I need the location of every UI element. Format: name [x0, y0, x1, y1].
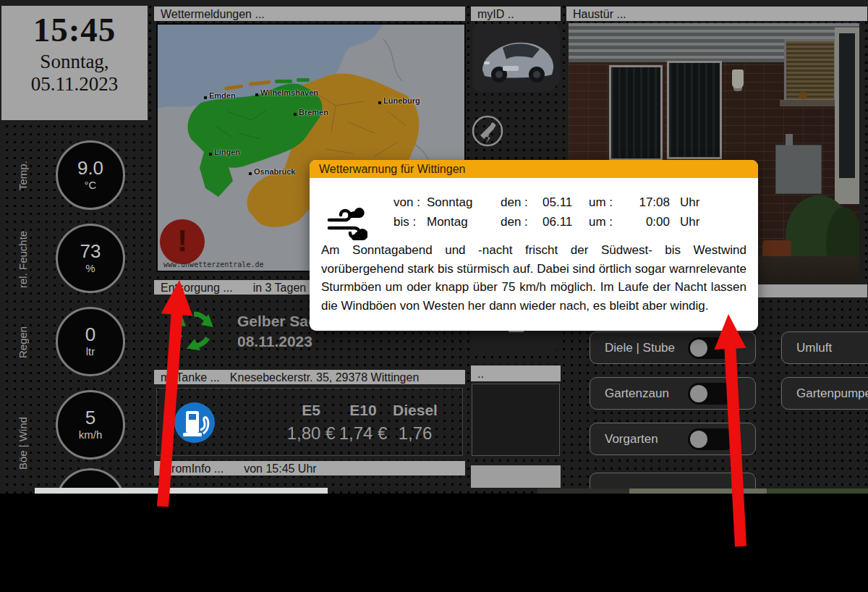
cutoff-row-segment-3 [767, 489, 868, 494]
bottom-black-band [0, 494, 868, 592]
popup-header: Wetterwarnung für Wittingen [310, 160, 758, 178]
warning-period: von :Sonntagden :05.11um :17:08Uhr bis :… [393, 193, 746, 232]
gauge-label-rain: Regen [12, 308, 33, 376]
toggle-knob [690, 385, 707, 402]
fuel-panel-body: E5 1,80 € E10 1,74 € Diesel 1,76 [156, 388, 463, 456]
gauge-humidity: 73% [56, 224, 125, 293]
warning-from-row: von :Sonntagden :05.11um :17:08Uhr [393, 193, 746, 212]
warning-description: Am Sonntagabend und -nacht frischt der S… [321, 241, 746, 315]
toggle-switch[interactable] [688, 383, 736, 405]
map-city-bremen: Bremen [299, 108, 328, 117]
power-panel-title: StromInfo ... [161, 462, 224, 475]
toggle-gartenzaun[interactable]: Gartenzaun [590, 377, 756, 410]
clock-time: 15:45 [1, 10, 148, 49]
clock-date: 05.11.2023 [1, 73, 148, 96]
weather-panel-header: Wettermeldungen ... [153, 6, 466, 22]
disposal-item-date: 08.11.2023 [237, 331, 325, 352]
myid-panel-title: myID .. [477, 8, 514, 20]
fuel-panel-title: myTanke ... [161, 371, 220, 384]
myid-subpanel-header: .. [470, 365, 561, 382]
horizontal-scrollbar[interactable] [35, 488, 328, 494]
gauge-label-wind: Böe | Wind [12, 397, 33, 489]
fuel-pump-icon [174, 402, 215, 443]
fuel-panel-header: myTanke ...Knesebeckerstr. 35, 29378 Wit… [153, 369, 466, 385]
map-city-lueneburg: Lüneburg [383, 96, 420, 105]
fuel-price-diesel: Diesel 1,76 [375, 402, 455, 444]
toggle-switch[interactable] [688, 428, 736, 450]
myid-subpanel-body [472, 384, 560, 456]
map-city-emden: Emden [209, 91, 236, 100]
map-citydot-lueneburg [378, 101, 381, 104]
weather-panel-title: Wettermeldungen ... [161, 8, 265, 20]
wind-gust-icon [326, 204, 367, 246]
gauge-temperature: 9.0°C [56, 140, 125, 210]
map-citydot-lingen [209, 153, 212, 156]
disposal-panel-title: Entsorgung ... [161, 282, 233, 294]
disposal-countdown: in 3 Tagen [253, 282, 307, 294]
gauge-label-humidity: rel. Feuchte [12, 217, 33, 301]
map-citydot-emden [204, 96, 207, 99]
warning-until-row: bis :Montagden :06.11um :0:00Uhr [393, 212, 746, 232]
power-panel-header: StromInfo ...von 15:45 Uhr [153, 460, 466, 476]
map-source-caption: www.unwetterzentrale.de [163, 261, 263, 268]
toggle-knob [690, 339, 707, 357]
door-panel-header: Haustür ... [566, 6, 868, 22]
charging-plug-icon[interactable] [471, 114, 504, 148]
clock-panel: 15:45 Sonntag, 05.11.2023 [1, 6, 148, 120]
map-city-wilhelmshaven: Wilhelmshaven [260, 88, 318, 97]
toggle-diele-stube[interactable]: Diele | Stube [590, 331, 756, 364]
myid-panel-header: myID .. [470, 6, 561, 22]
popup-body: von :Sonntagden :05.11um :17:08Uhr bis :… [310, 178, 758, 315]
cutoff-row-segment-1 [537, 489, 629, 494]
recycle-icon [172, 308, 216, 352]
map-citydot-bremen [294, 113, 297, 116]
toggle-umluft[interactable]: Umluft [781, 331, 868, 364]
myid-subpanel-title: .. [477, 368, 484, 380]
car-image [472, 24, 560, 92]
map-city-osnabrueck: Osnabrück [254, 167, 295, 176]
map-city-lingen: Lingen [214, 148, 240, 156]
gauge-label-temp: Temp. [12, 142, 33, 210]
toggle-switch[interactable] [688, 337, 736, 359]
gauge-rain: 0ltr [56, 307, 125, 376]
map-citydot-wilhelmshaven [255, 93, 258, 96]
toggle-vorgarten[interactable]: Vorgarten [590, 423, 756, 455]
gauge-wind: 5km/h [56, 390, 125, 460]
power-panel-time: von 15:45 Uhr [244, 462, 317, 475]
toggle-knob [690, 431, 707, 448]
car-tile[interactable] [472, 24, 560, 92]
cutoff-row-segment-2 [629, 489, 767, 494]
fuel-station-address: Knesebeckerstr. 35, 29378 Wittingen [230, 371, 420, 384]
clock-day: Sonntag, [1, 51, 148, 73]
map-citydot-osnabrueck [249, 172, 252, 175]
toggle-gartenpumpe[interactable]: Gartenpumpe [781, 377, 868, 410]
door-panel-title: Haustür ... [573, 8, 626, 20]
weather-warning-popup[interactable]: Wetterwarnung für Wittingen von :Sonntag… [310, 160, 758, 331]
myid-bottom-header [470, 465, 561, 489]
dashboard-root: 15:45 Sonntag, 05.11.2023 Temp. rel. Feu… [0, 0, 868, 592]
warning-exclamation-icon: ! [160, 219, 205, 264]
